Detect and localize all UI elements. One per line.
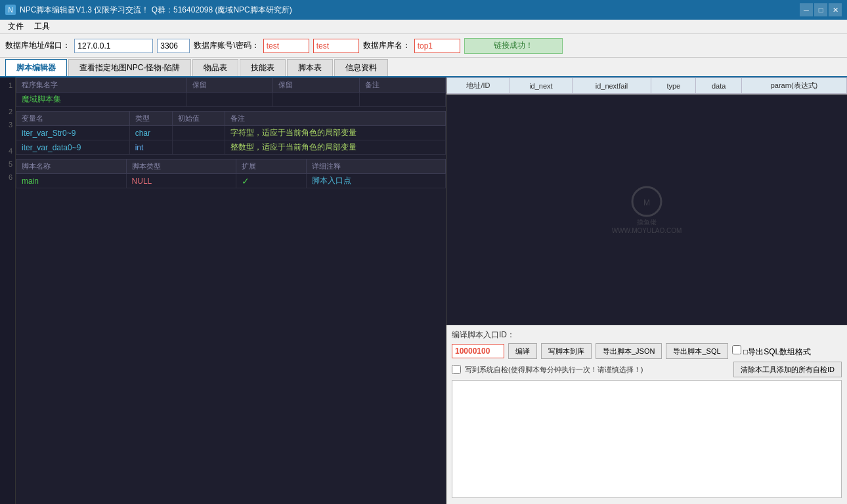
prog-header-reserved1: 保留	[186, 78, 272, 93]
db-account-input[interactable]	[263, 39, 309, 53]
main-content: 1 2 3 4 5 6 程序集名字 保留 保留	[0, 77, 847, 504]
compile-output-area[interactable]	[452, 380, 842, 498]
prog-header-note: 备注	[359, 78, 446, 93]
tab-info[interactable]: 信息资料	[334, 59, 388, 76]
var1-name: iter_var_Str0~9	[22, 129, 76, 138]
var-header-name: 变量名	[16, 112, 130, 126]
compile-area: 编译脚本入口ID： 编译 写脚本到库 导出脚本_JSON 导出脚本_SQL □导…	[446, 325, 847, 504]
table-row: iter_var_data0~9 int 整数型，适应于当前角色的局部变量	[16, 140, 446, 155]
compile-row-1: 编译脚本入口ID：	[452, 329, 842, 341]
write-to-db-button[interactable]: 写脚本到库	[541, 343, 592, 359]
variable-table: 变量名 类型 初始值 备注 iter_var_Str0~9 char 字符型，适…	[16, 111, 446, 155]
var2-type: int	[135, 143, 144, 152]
titlebar: N NPC脚本编辑器V1.3 仅限学习交流！ Q群：516402098 (魔域N…	[0, 0, 847, 20]
scr-header-name: 脚本名称	[16, 159, 127, 174]
prog-header-reserved2: 保留	[273, 78, 359, 93]
col-header-data: data	[696, 78, 741, 94]
selfcheck-label: 写到系统自检(使得脚本每分钟执行一次！请谨慎选择！)	[465, 365, 729, 375]
table-row: 魔域脚本集	[16, 93, 446, 107]
export-sql-button[interactable]: 导出脚本_SQL	[666, 343, 728, 359]
right-data-area: M 摸鱼佬 WWW.MOYULAO.COM	[446, 94, 847, 325]
db-account-label: 数据库账号\密码：	[194, 40, 259, 51]
scr1-name: main	[22, 177, 39, 186]
scr-header-note: 详细注释	[307, 159, 446, 174]
watermark-url: WWW.MOYULAO.COM	[612, 227, 682, 234]
compile-button[interactable]: 编译	[508, 343, 537, 359]
tab-bar: 脚本编辑器 查看指定地图NPC-怪物-陷阱 物品表 技能表 脚本表 信息资料	[0, 58, 847, 77]
svg-text:M: M	[643, 198, 650, 207]
export-json-button[interactable]: 导出脚本_JSON	[596, 343, 662, 359]
minimize-button[interactable]: ─	[800, 3, 813, 16]
db-password-input[interactable]	[313, 39, 359, 53]
compile-id-label: 编译脚本入口ID：	[452, 329, 515, 341]
line-num-4: 4	[0, 144, 15, 158]
col-header-param: param(表达式)	[741, 78, 846, 94]
db-name-input[interactable]	[414, 39, 460, 53]
prog-reserved1-cell	[186, 93, 272, 107]
col-header-id-nextfail: id_nextfail	[572, 78, 651, 94]
selfcheck-checkbox[interactable]	[452, 365, 461, 374]
toolbar: 数据库地址/端口： 数据库账号\密码： 数据库库名： 链接成功！	[0, 34, 847, 58]
watermark-logo-svg: M	[627, 185, 666, 218]
col-header-id-next: id_next	[510, 78, 572, 94]
scr-header-type: 脚本类型	[126, 159, 236, 174]
tab-scripts[interactable]: 脚本表	[287, 59, 333, 76]
line-num-header1	[0, 92, 15, 105]
compile-row-3: 写到系统自检(使得脚本每分钟执行一次！请谨慎选择！) 清除本工具添加的所有自检I…	[452, 362, 842, 377]
left-panel: 1 2 3 4 5 6 程序集名字 保留 保留	[0, 77, 446, 504]
scr1-note: 脚本入口点	[312, 176, 351, 185]
connect-button[interactable]: 链接成功！	[464, 38, 563, 54]
var-header-type: 类型	[129, 112, 172, 126]
prog-reserved2-cell	[273, 93, 359, 107]
var1-init	[172, 126, 225, 140]
var2-note: 整数型，适应于当前角色的局部变量	[230, 142, 357, 152]
titlebar-title: NPC脚本编辑器V1.3 仅限学习交流！ Q群：516402098 (魔域NPC…	[20, 5, 292, 16]
var1-type: char	[135, 129, 150, 138]
right-header-table: 地址/ID id_next id_nextfail type data para…	[446, 77, 847, 94]
titlebar-left: N NPC脚本编辑器V1.3 仅限学习交流！ Q群：516402098 (魔域N…	[5, 5, 292, 16]
export-sql-array-checkbox[interactable]	[732, 345, 741, 354]
prog-name-cell: 魔域脚本集	[22, 94, 61, 104]
menu-tools[interactable]: 工具	[29, 20, 55, 33]
prog-header-name: 程序集名字	[16, 78, 187, 93]
app-icon: N	[5, 5, 16, 15]
db-name-label: 数据库库名：	[363, 40, 410, 51]
editor-wrapper: 1 2 3 4 5 6 程序集名字 保留 保留	[0, 77, 446, 504]
watermark-name: 摸鱼佬	[637, 218, 657, 227]
clear-selfcheck-button[interactable]: 清除本工具添加的所有自检ID	[733, 362, 842, 377]
tab-items[interactable]: 物品表	[192, 59, 238, 76]
db-address-input[interactable]	[74, 39, 153, 53]
menubar: 文件 工具	[0, 20, 847, 34]
var-header-init: 初始值	[172, 112, 225, 126]
titlebar-controls: ─ □ ✕	[800, 3, 842, 16]
empty-line-5	[16, 188, 446, 201]
close-button[interactable]: ✕	[829, 3, 842, 16]
watermark: M 摸鱼佬 WWW.MOYULAO.COM	[612, 185, 682, 234]
db-address-label: 数据库地址/端口：	[5, 40, 70, 51]
line-num-2: 2	[0, 105, 15, 118]
line-num-1: 1	[0, 79, 15, 92]
menu-file[interactable]: 文件	[3, 20, 29, 33]
line-num-5: 5	[0, 158, 15, 171]
tab-view-npc[interactable]: 查看指定地图NPC-怪物-陷阱	[68, 59, 191, 76]
script-table: 脚本名称 脚本类型 扩展 详细注释 main NULL ✓ 脚本入口点	[16, 159, 446, 188]
line-numbers-column: 1 2 3 4 5 6	[0, 77, 16, 504]
col-header-id: 地址/ID	[447, 78, 510, 94]
compile-id-input[interactable]	[452, 344, 504, 358]
line-num-6: 6	[0, 171, 15, 184]
line-num-3: 3	[0, 118, 15, 131]
var-header-note: 备注	[225, 112, 445, 126]
var2-name: iter_var_data0~9	[22, 143, 81, 152]
table-row: iter_var_Str0~9 char 字符型，适应于当前角色的局部变量	[16, 126, 446, 140]
empty-line-6	[16, 201, 446, 215]
compile-row-2: 编译 写脚本到库 导出脚本_JSON 导出脚本_SQL □导出SQL数组格式	[452, 343, 842, 359]
right-panel: 地址/ID id_next id_nextfail type data para…	[446, 77, 847, 504]
var1-note: 字符型，适应于当前角色的局部变量	[230, 128, 357, 137]
line-num-header2	[0, 131, 15, 144]
db-port-input[interactable]	[157, 39, 190, 53]
maximize-button[interactable]: □	[814, 3, 827, 16]
scr1-type: NULL	[132, 177, 152, 186]
scr-header-ext: 扩展	[236, 159, 307, 174]
tab-skills[interactable]: 技能表	[240, 59, 286, 76]
tab-script-editor[interactable]: 脚本编辑器	[5, 59, 67, 76]
